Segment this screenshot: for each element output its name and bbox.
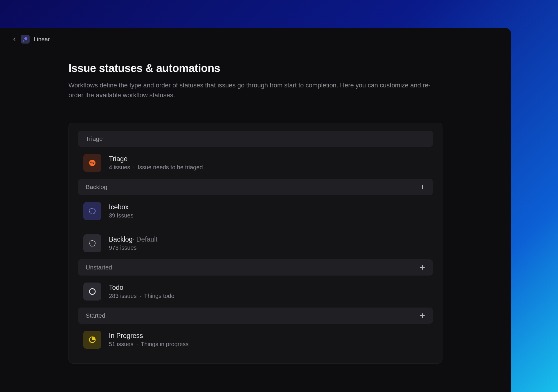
status-text: In Progress 51 issues · Things in progre… [109, 332, 189, 348]
status-description: Things todo [144, 293, 174, 299]
todo-icon [83, 283, 101, 301]
status-row-in-progress[interactable]: In Progress 51 issues · Things in progre… [78, 324, 433, 356]
app-window: Linear Issue statuses & automations Work… [0, 28, 511, 392]
status-name: In Progress [109, 332, 143, 340]
status-name: Icebox [109, 203, 129, 211]
page-title: Issue statuses & automations [69, 62, 442, 75]
page-content: Issue statuses & automations Workflows d… [0, 51, 511, 364]
section-header-unstarted: Unstarted [78, 259, 433, 276]
status-count: 4 issues [109, 164, 130, 171]
status-row-todo[interactable]: Todo 283 issues · Things todo [78, 276, 433, 308]
circle-outline-icon [88, 287, 96, 296]
plus-icon [420, 265, 425, 270]
triage-circle-icon [89, 159, 96, 167]
rocket-icon [22, 36, 28, 42]
add-status-button[interactable] [420, 313, 425, 319]
status-description: Things in progress [141, 341, 189, 348]
back-button[interactable] [12, 37, 17, 42]
add-status-button[interactable] [420, 265, 425, 270]
in-progress-icon [83, 331, 101, 349]
section-header-triage: Triage [78, 131, 433, 147]
chevron-left-icon [12, 37, 17, 42]
svg-point-2 [89, 240, 95, 246]
status-text: Triage 4 issues · Issue needs to be tria… [109, 155, 203, 171]
status-count: 973 issues [109, 244, 137, 251]
status-row-icebox[interactable]: Icebox 39 issues [78, 195, 433, 227]
icebox-icon [83, 202, 101, 220]
page-description: Workflows define the type and order of s… [69, 80, 437, 100]
status-count: 283 issues [109, 293, 137, 299]
section-label: Started [86, 312, 105, 319]
status-text: Todo 283 issues · Things todo [109, 284, 174, 299]
dashed-circle-icon [88, 239, 96, 247]
section-header-backlog: Backlog [78, 179, 433, 195]
status-text: Backlog · Default 973 issues [109, 235, 157, 251]
status-count: 51 issues [109, 341, 134, 348]
dashed-circle-icon [88, 207, 96, 215]
meta-separator: · [136, 341, 138, 348]
section-label: Backlog [86, 184, 107, 190]
app-logo [21, 35, 30, 44]
meta-separator: · [140, 293, 141, 299]
status-description: Issue needs to be triaged [138, 164, 203, 171]
half-circle-icon [88, 336, 96, 344]
backlog-icon [83, 234, 101, 252]
status-text: Icebox 39 issues [109, 203, 134, 219]
breadcrumb: Linear [0, 28, 511, 51]
plus-icon [420, 184, 425, 190]
meta-separator: · [133, 164, 135, 171]
section-label: Triage [86, 135, 103, 142]
status-name: Backlog [109, 235, 133, 243]
plus-icon [420, 313, 425, 319]
status-name: Todo [109, 284, 123, 292]
status-row-backlog[interactable]: Backlog · Default 973 issues [78, 227, 433, 259]
section-header-started: Started [78, 308, 433, 324]
section-label: Unstarted [86, 264, 112, 271]
triage-icon [83, 154, 101, 172]
status-row-triage[interactable]: Triage 4 issues · Issue needs to be tria… [78, 147, 433, 179]
svg-point-1 [89, 208, 95, 214]
statuses-panel: Triage Triage 4 issues · Issue [69, 123, 442, 364]
breadcrumb-app-name[interactable]: Linear [34, 36, 50, 43]
status-name: Triage [109, 155, 127, 163]
svg-point-3 [89, 289, 95, 294]
status-default-badge: · Default [133, 235, 158, 243]
status-count: 39 issues [109, 212, 134, 219]
add-status-button[interactable] [420, 184, 425, 190]
